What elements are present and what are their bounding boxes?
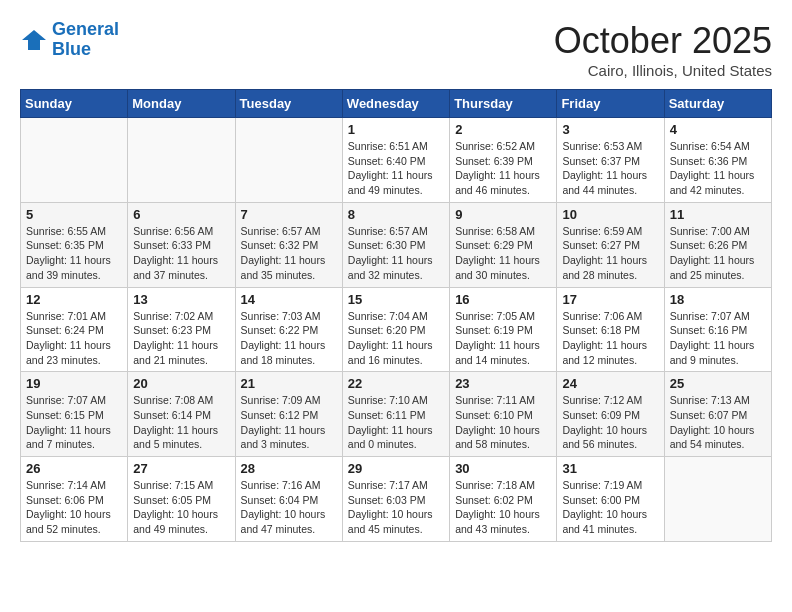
calendar-cell: 12Sunrise: 7:01 AM Sunset: 6:24 PM Dayli… [21, 287, 128, 372]
day-number: 21 [241, 376, 337, 391]
calendar-cell: 8Sunrise: 6:57 AM Sunset: 6:30 PM Daylig… [342, 202, 449, 287]
calendar-table: SundayMondayTuesdayWednesdayThursdayFrid… [20, 89, 772, 542]
calendar-cell: 10Sunrise: 6:59 AM Sunset: 6:27 PM Dayli… [557, 202, 664, 287]
calendar-cell: 11Sunrise: 7:00 AM Sunset: 6:26 PM Dayli… [664, 202, 771, 287]
calendar-cell: 26Sunrise: 7:14 AM Sunset: 6:06 PM Dayli… [21, 457, 128, 542]
calendar-cell [128, 118, 235, 203]
calendar-cell: 9Sunrise: 6:58 AM Sunset: 6:29 PM Daylig… [450, 202, 557, 287]
calendar-cell: 4Sunrise: 6:54 AM Sunset: 6:36 PM Daylig… [664, 118, 771, 203]
day-info: Sunrise: 7:04 AM Sunset: 6:20 PM Dayligh… [348, 309, 444, 368]
calendar-cell: 5Sunrise: 6:55 AM Sunset: 6:35 PM Daylig… [21, 202, 128, 287]
calendar-cell: 1Sunrise: 6:51 AM Sunset: 6:40 PM Daylig… [342, 118, 449, 203]
day-info: Sunrise: 7:10 AM Sunset: 6:11 PM Dayligh… [348, 393, 444, 452]
day-info: Sunrise: 6:55 AM Sunset: 6:35 PM Dayligh… [26, 224, 122, 283]
day-number: 6 [133, 207, 229, 222]
day-number: 18 [670, 292, 766, 307]
calendar-cell: 27Sunrise: 7:15 AM Sunset: 6:05 PM Dayli… [128, 457, 235, 542]
day-number: 7 [241, 207, 337, 222]
weekday-header-thursday: Thursday [450, 90, 557, 118]
day-number: 28 [241, 461, 337, 476]
day-number: 17 [562, 292, 658, 307]
day-info: Sunrise: 7:14 AM Sunset: 6:06 PM Dayligh… [26, 478, 122, 537]
calendar-cell: 20Sunrise: 7:08 AM Sunset: 6:14 PM Dayli… [128, 372, 235, 457]
calendar-cell: 24Sunrise: 7:12 AM Sunset: 6:09 PM Dayli… [557, 372, 664, 457]
day-info: Sunrise: 7:03 AM Sunset: 6:22 PM Dayligh… [241, 309, 337, 368]
day-info: Sunrise: 7:06 AM Sunset: 6:18 PM Dayligh… [562, 309, 658, 368]
calendar-cell: 21Sunrise: 7:09 AM Sunset: 6:12 PM Dayli… [235, 372, 342, 457]
weekday-header-monday: Monday [128, 90, 235, 118]
day-number: 30 [455, 461, 551, 476]
calendar-cell: 7Sunrise: 6:57 AM Sunset: 6:32 PM Daylig… [235, 202, 342, 287]
calendar-cell [664, 457, 771, 542]
day-info: Sunrise: 7:11 AM Sunset: 6:10 PM Dayligh… [455, 393, 551, 452]
day-info: Sunrise: 6:52 AM Sunset: 6:39 PM Dayligh… [455, 139, 551, 198]
logo: General Blue [20, 20, 119, 60]
day-info: Sunrise: 7:07 AM Sunset: 6:15 PM Dayligh… [26, 393, 122, 452]
calendar-cell: 13Sunrise: 7:02 AM Sunset: 6:23 PM Dayli… [128, 287, 235, 372]
day-number: 19 [26, 376, 122, 391]
calendar-cell: 6Sunrise: 6:56 AM Sunset: 6:33 PM Daylig… [128, 202, 235, 287]
logo-text: General Blue [52, 20, 119, 60]
calendar-cell: 19Sunrise: 7:07 AM Sunset: 6:15 PM Dayli… [21, 372, 128, 457]
day-info: Sunrise: 7:12 AM Sunset: 6:09 PM Dayligh… [562, 393, 658, 452]
week-row-4: 19Sunrise: 7:07 AM Sunset: 6:15 PM Dayli… [21, 372, 772, 457]
week-row-2: 5Sunrise: 6:55 AM Sunset: 6:35 PM Daylig… [21, 202, 772, 287]
calendar-cell: 28Sunrise: 7:16 AM Sunset: 6:04 PM Dayli… [235, 457, 342, 542]
weekday-header-tuesday: Tuesday [235, 90, 342, 118]
location: Cairo, Illinois, United States [554, 62, 772, 79]
title-block: October 2025 Cairo, Illinois, United Sta… [554, 20, 772, 79]
week-row-1: 1Sunrise: 6:51 AM Sunset: 6:40 PM Daylig… [21, 118, 772, 203]
day-number: 31 [562, 461, 658, 476]
day-number: 4 [670, 122, 766, 137]
calendar-cell: 15Sunrise: 7:04 AM Sunset: 6:20 PM Dayli… [342, 287, 449, 372]
day-number: 23 [455, 376, 551, 391]
day-info: Sunrise: 7:02 AM Sunset: 6:23 PM Dayligh… [133, 309, 229, 368]
calendar-cell: 16Sunrise: 7:05 AM Sunset: 6:19 PM Dayli… [450, 287, 557, 372]
day-info: Sunrise: 6:57 AM Sunset: 6:30 PM Dayligh… [348, 224, 444, 283]
day-number: 25 [670, 376, 766, 391]
calendar-cell: 25Sunrise: 7:13 AM Sunset: 6:07 PM Dayli… [664, 372, 771, 457]
day-number: 2 [455, 122, 551, 137]
day-info: Sunrise: 6:58 AM Sunset: 6:29 PM Dayligh… [455, 224, 551, 283]
weekday-header-friday: Friday [557, 90, 664, 118]
day-info: Sunrise: 7:15 AM Sunset: 6:05 PM Dayligh… [133, 478, 229, 537]
day-number: 12 [26, 292, 122, 307]
day-info: Sunrise: 6:51 AM Sunset: 6:40 PM Dayligh… [348, 139, 444, 198]
day-info: Sunrise: 7:13 AM Sunset: 6:07 PM Dayligh… [670, 393, 766, 452]
day-number: 14 [241, 292, 337, 307]
calendar-cell: 22Sunrise: 7:10 AM Sunset: 6:11 PM Dayli… [342, 372, 449, 457]
day-info: Sunrise: 7:18 AM Sunset: 6:02 PM Dayligh… [455, 478, 551, 537]
calendar-cell: 23Sunrise: 7:11 AM Sunset: 6:10 PM Dayli… [450, 372, 557, 457]
calendar-cell [235, 118, 342, 203]
day-info: Sunrise: 7:16 AM Sunset: 6:04 PM Dayligh… [241, 478, 337, 537]
weekday-header-saturday: Saturday [664, 90, 771, 118]
logo-icon [20, 26, 48, 54]
day-info: Sunrise: 7:07 AM Sunset: 6:16 PM Dayligh… [670, 309, 766, 368]
day-info: Sunrise: 6:57 AM Sunset: 6:32 PM Dayligh… [241, 224, 337, 283]
day-info: Sunrise: 7:01 AM Sunset: 6:24 PM Dayligh… [26, 309, 122, 368]
weekday-header-sunday: Sunday [21, 90, 128, 118]
day-info: Sunrise: 7:19 AM Sunset: 6:00 PM Dayligh… [562, 478, 658, 537]
calendar-cell: 29Sunrise: 7:17 AM Sunset: 6:03 PM Dayli… [342, 457, 449, 542]
day-info: Sunrise: 7:17 AM Sunset: 6:03 PM Dayligh… [348, 478, 444, 537]
day-info: Sunrise: 6:59 AM Sunset: 6:27 PM Dayligh… [562, 224, 658, 283]
weekday-header-row: SundayMondayTuesdayWednesdayThursdayFrid… [21, 90, 772, 118]
day-number: 20 [133, 376, 229, 391]
day-info: Sunrise: 6:54 AM Sunset: 6:36 PM Dayligh… [670, 139, 766, 198]
calendar-cell [21, 118, 128, 203]
day-number: 29 [348, 461, 444, 476]
calendar-cell: 2Sunrise: 6:52 AM Sunset: 6:39 PM Daylig… [450, 118, 557, 203]
day-number: 27 [133, 461, 229, 476]
calendar-cell: 30Sunrise: 7:18 AM Sunset: 6:02 PM Dayli… [450, 457, 557, 542]
day-number: 3 [562, 122, 658, 137]
day-info: Sunrise: 6:56 AM Sunset: 6:33 PM Dayligh… [133, 224, 229, 283]
day-number: 5 [26, 207, 122, 222]
calendar-cell: 31Sunrise: 7:19 AM Sunset: 6:00 PM Dayli… [557, 457, 664, 542]
day-number: 11 [670, 207, 766, 222]
calendar-cell: 17Sunrise: 7:06 AM Sunset: 6:18 PM Dayli… [557, 287, 664, 372]
week-row-5: 26Sunrise: 7:14 AM Sunset: 6:06 PM Dayli… [21, 457, 772, 542]
day-info: Sunrise: 7:08 AM Sunset: 6:14 PM Dayligh… [133, 393, 229, 452]
day-info: Sunrise: 7:05 AM Sunset: 6:19 PM Dayligh… [455, 309, 551, 368]
day-number: 16 [455, 292, 551, 307]
day-number: 1 [348, 122, 444, 137]
